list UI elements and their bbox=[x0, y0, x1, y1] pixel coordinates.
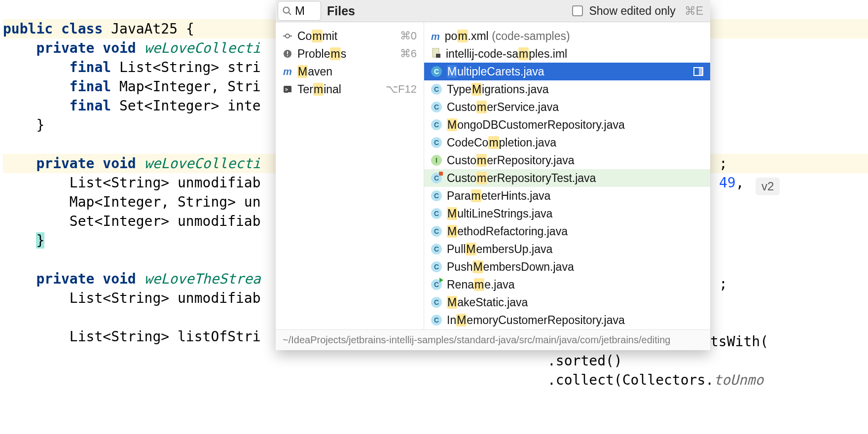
file-name: InMemoryCustomerRepository.java bbox=[447, 314, 625, 327]
file-context: (code-samples) bbox=[492, 30, 570, 42]
tool-windows-list: Commit⌘0Problems⌘6mMaven>_Terminal⌥F12 bbox=[276, 22, 424, 329]
file-name: CustomerService.java bbox=[447, 101, 559, 114]
recent-files-popup: M Files Show edited only ⌘E Commit⌘0Prob… bbox=[276, 0, 710, 350]
file-type-icon: C bbox=[431, 208, 442, 219]
file-name: MultipleCarets.java bbox=[447, 65, 544, 78]
tool-window-label: Commit bbox=[297, 30, 337, 43]
file-name: PushMembersDown.java bbox=[447, 260, 574, 274]
file-type-icon: C bbox=[431, 315, 442, 326]
file-type-icon: C bbox=[431, 173, 442, 183]
svg-point-2 bbox=[286, 34, 289, 38]
file-name: CodeCompletion.java bbox=[447, 136, 556, 149]
svg-line-1 bbox=[289, 13, 291, 15]
tool-window-item[interactable]: mMaven bbox=[276, 63, 424, 80]
file-type-icon: C bbox=[431, 66, 442, 77]
file-row[interactable]: CCustomerService.java bbox=[424, 98, 710, 116]
file-row[interactable]: CMultiLineStrings.java bbox=[424, 205, 710, 222]
file-name: intellij-code-samples.iml bbox=[446, 47, 567, 61]
shortcut-label: ⌘6 bbox=[400, 47, 417, 60]
file-row[interactable]: mpom.xml (code-samples) bbox=[424, 27, 710, 45]
file-name: MakeStatic.java bbox=[447, 296, 528, 309]
svg-text:>_: >_ bbox=[285, 87, 291, 93]
file-name: CustomerRepositoryTest.java bbox=[447, 172, 596, 185]
maven-icon: m bbox=[283, 67, 292, 76]
file-name: Rename.java bbox=[447, 278, 515, 291]
tool-window-item[interactable]: >_Terminal⌥F12 bbox=[276, 80, 424, 98]
commit-icon bbox=[283, 31, 292, 41]
file-row[interactable]: CMakeStatic.java bbox=[424, 293, 710, 311]
shortcut-label: ⌥F12 bbox=[386, 83, 417, 96]
file-row[interactable]: CTypeMigrations.java bbox=[424, 80, 710, 98]
file-type-icon: C bbox=[431, 279, 442, 290]
split-right-icon[interactable] bbox=[693, 67, 703, 76]
file-row[interactable]: CCodeCompletion.java bbox=[424, 134, 710, 151]
search-value: M bbox=[295, 4, 305, 18]
show-edited-label: Show edited only bbox=[589, 4, 675, 18]
file-type-icon: C bbox=[431, 226, 442, 237]
file-row[interactable]: CMongoDBCustomerRepository.java bbox=[424, 116, 710, 134]
file-type-icon: C bbox=[431, 102, 442, 112]
file-row[interactable]: CMethodRefactoring.java bbox=[424, 222, 710, 240]
file-row[interactable]: CCustomerRepositoryTest.java bbox=[424, 169, 710, 187]
file-row[interactable]: ICustomerRepository.java bbox=[424, 151, 710, 169]
search-input[interactable]: M bbox=[278, 1, 321, 21]
file-row[interactable]: CParameterHints.java bbox=[424, 187, 710, 205]
file-type-icon: C bbox=[431, 84, 442, 95]
svg-rect-11 bbox=[436, 54, 440, 58]
file-name: ParameterHints.java bbox=[447, 189, 550, 203]
file-row[interactable]: CPullMembersUp.java bbox=[424, 240, 710, 258]
svg-rect-7 bbox=[287, 55, 288, 56]
tool-window-label: Problems bbox=[297, 47, 346, 61]
file-name: TypeMigrations.java bbox=[447, 83, 549, 96]
file-type-icon: C bbox=[431, 119, 442, 130]
show-edited-checkbox[interactable] bbox=[572, 5, 583, 16]
file-type-icon: C bbox=[431, 244, 442, 254]
file-type-icon bbox=[431, 47, 441, 61]
recent-files-list: mpom.xml (code-samples)intellij-code-sam… bbox=[424, 22, 710, 329]
file-type-icon: C bbox=[431, 297, 442, 308]
file-name: MongoDBCustomerRepository.java bbox=[447, 118, 625, 132]
search-icon bbox=[282, 6, 292, 16]
file-row[interactable]: CRename.java bbox=[424, 276, 710, 293]
file-type-icon: I bbox=[431, 155, 442, 166]
tool-window-item[interactable]: Problems⌘6 bbox=[276, 45, 424, 63]
file-name: MultiLineStrings.java bbox=[447, 207, 552, 220]
file-type-icon: C bbox=[431, 190, 442, 201]
file-row[interactable]: CInMemoryCustomerRepository.java bbox=[424, 311, 710, 329]
tool-window-label: Terminal bbox=[297, 83, 341, 96]
tool-window-label: Maven bbox=[297, 65, 332, 78]
svg-rect-13 bbox=[699, 68, 703, 75]
file-type-icon: C bbox=[431, 261, 442, 272]
shortcut-label: ⌘0 bbox=[400, 30, 417, 42]
popup-footer-path: ~/IdeaProjects/jetbrains-intellij-sample… bbox=[276, 329, 710, 350]
svg-rect-6 bbox=[287, 51, 288, 54]
version-badge: v2 bbox=[756, 178, 780, 195]
file-name: PullMembersUp.java bbox=[447, 243, 552, 256]
terminal-icon: >_ bbox=[283, 84, 292, 94]
file-row[interactable]: CPushMembersDown.java bbox=[424, 258, 710, 276]
file-name: pom.xml (code-samples) bbox=[445, 30, 570, 43]
popup-title: Files bbox=[327, 4, 355, 18]
file-type-icon: m bbox=[431, 30, 440, 43]
file-row[interactable]: CMultipleCarets.java bbox=[424, 63, 710, 80]
tool-window-item[interactable]: Commit⌘0 bbox=[276, 27, 424, 45]
show-edited-shortcut: ⌘E bbox=[685, 4, 703, 18]
svg-point-0 bbox=[284, 7, 289, 13]
file-row[interactable]: intellij-code-samples.iml bbox=[424, 45, 710, 63]
file-type-icon: C bbox=[431, 137, 442, 148]
file-name: CustomerRepository.java bbox=[447, 154, 575, 167]
problems-icon bbox=[283, 49, 292, 59]
popup-header: M Files Show edited only ⌘E bbox=[276, 0, 710, 22]
file-name: MethodRefactoring.java bbox=[447, 225, 568, 238]
